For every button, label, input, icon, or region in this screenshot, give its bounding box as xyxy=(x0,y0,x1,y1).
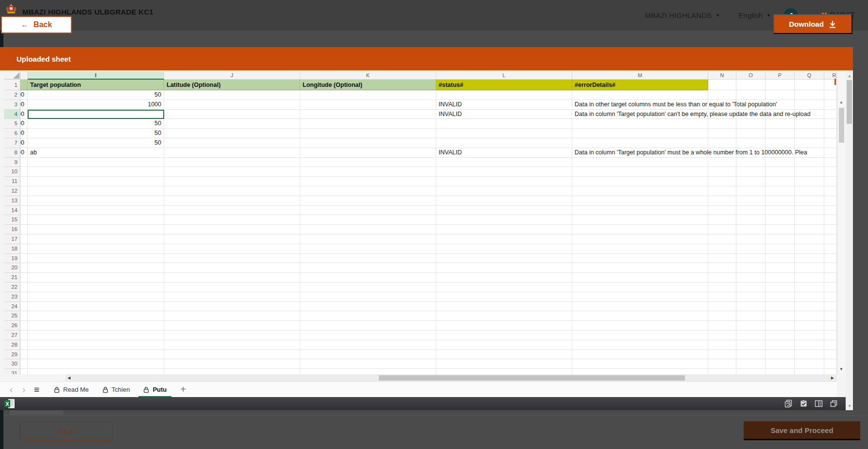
cell-R18[interactable] xyxy=(824,244,837,254)
cell-N11[interactable] xyxy=(708,177,736,186)
cell-R22[interactable] xyxy=(824,283,837,292)
cell-Q23[interactable] xyxy=(795,292,824,302)
cell-O23[interactable] xyxy=(736,292,766,302)
cell-P14[interactable] xyxy=(766,206,795,216)
cell-R10[interactable] xyxy=(824,167,837,177)
cell-K18[interactable] xyxy=(300,244,436,254)
cell-J10[interactable] xyxy=(164,167,300,177)
checklist-icon[interactable] xyxy=(800,399,808,408)
cell-I11[interactable] xyxy=(28,177,164,186)
cell-M29[interactable] xyxy=(572,350,708,360)
cell-Q28[interactable] xyxy=(795,340,824,350)
cell-I4[interactable] xyxy=(28,110,164,119)
cell-h29[interactable] xyxy=(20,350,28,360)
cell-N7[interactable] xyxy=(708,138,736,148)
cell-I12[interactable] xyxy=(28,186,164,196)
cell-K9[interactable] xyxy=(300,158,436,167)
cell-K4[interactable] xyxy=(300,110,436,119)
header-cell-h1[interactable] xyxy=(20,80,28,90)
scroll-left-icon[interactable]: ◀ xyxy=(68,376,70,380)
cell-N12[interactable] xyxy=(708,186,736,196)
cell-J15[interactable] xyxy=(164,215,300,225)
header-cell-Q1[interactable] xyxy=(795,80,824,90)
row-number-18[interactable]: 18 xyxy=(4,244,20,254)
cell-K14[interactable] xyxy=(300,206,436,216)
cell-L10[interactable] xyxy=(436,167,572,177)
cell-J27[interactable] xyxy=(164,331,300,340)
cell-P10[interactable] xyxy=(766,167,795,177)
cell-O28[interactable] xyxy=(736,340,766,350)
row-number-12[interactable]: 12 xyxy=(4,186,20,196)
cell-R11[interactable] xyxy=(824,177,837,186)
cell-h20[interactable] xyxy=(20,263,28,273)
cell-Q31[interactable] xyxy=(795,369,824,374)
cell-P22[interactable] xyxy=(766,283,795,292)
cell-M31[interactable] xyxy=(572,369,708,374)
cell-Q15[interactable] xyxy=(795,215,824,225)
vertical-scroll-thumb[interactable] xyxy=(839,108,844,143)
cell-N2[interactable] xyxy=(708,90,736,100)
cell-R9[interactable] xyxy=(824,158,837,167)
cell-N5[interactable] xyxy=(708,119,736,129)
cell-M12[interactable] xyxy=(572,186,708,196)
cell-h16[interactable] xyxy=(20,225,28,234)
cell-K17[interactable] xyxy=(300,234,436,244)
cell-Q3[interactable] xyxy=(795,100,824,110)
cell-I13[interactable] xyxy=(28,196,164,206)
cell-h14[interactable] xyxy=(20,206,28,216)
row-number-15[interactable]: 15 xyxy=(4,215,20,225)
cell-J22[interactable] xyxy=(164,283,300,292)
cell-N9[interactable] xyxy=(708,158,736,167)
cell-R17[interactable] xyxy=(824,234,837,244)
row-number-10[interactable]: 10 xyxy=(4,167,20,177)
cell-J16[interactable] xyxy=(164,225,300,234)
cell-Q5[interactable] xyxy=(795,119,824,129)
page-scroll-thumb[interactable] xyxy=(847,80,852,124)
cell-M28[interactable] xyxy=(572,340,708,350)
cell-K11[interactable] xyxy=(300,177,436,186)
cell-J3[interactable] xyxy=(164,100,300,110)
cell-Q13[interactable] xyxy=(795,196,824,206)
cell-Q7[interactable] xyxy=(795,138,824,148)
cell-O19[interactable] xyxy=(736,254,766,264)
cell-N30[interactable] xyxy=(708,359,736,369)
cell-h8[interactable]: 00 xyxy=(20,148,28,158)
cell-P25[interactable] xyxy=(766,311,795,321)
cell-h3[interactable]: 00 xyxy=(20,100,28,110)
language-dropdown[interactable]: English ▾ xyxy=(739,11,770,19)
cell-R8[interactable] xyxy=(824,148,837,158)
row-number-29[interactable]: 29 xyxy=(4,350,20,360)
cell-J25[interactable] xyxy=(164,311,300,321)
cell-L11[interactable] xyxy=(436,177,572,186)
copy-sheet-icon[interactable] xyxy=(784,399,793,408)
cell-Q2[interactable] xyxy=(795,90,824,100)
cell-P16[interactable] xyxy=(766,225,795,234)
cell-R30[interactable] xyxy=(824,359,837,369)
row-number-8[interactable]: 8 xyxy=(4,148,20,158)
cell-L26[interactable] xyxy=(436,321,572,331)
page-vertical-scrollbar[interactable]: ▲ ▼ xyxy=(846,72,853,410)
row-number-24[interactable]: 24 xyxy=(4,302,20,312)
cell-O29[interactable] xyxy=(736,350,766,360)
cell-J24[interactable] xyxy=(164,302,300,312)
cell-L2[interactable] xyxy=(436,90,572,100)
sheet-vertical-scrollbar[interactable]: ▲ ▼ xyxy=(837,80,846,374)
cell-I17[interactable] xyxy=(28,234,164,244)
back-button[interactable]: ← Back xyxy=(1,16,72,33)
cell-I21[interactable] xyxy=(28,273,164,283)
cell-J5[interactable] xyxy=(164,119,300,129)
cell-R7[interactable] xyxy=(824,138,837,148)
cell-L29[interactable] xyxy=(436,350,572,360)
cell-I15[interactable] xyxy=(28,215,164,225)
cell-O31[interactable] xyxy=(736,369,766,374)
cell-I9[interactable] xyxy=(28,158,164,167)
cell-M17[interactable] xyxy=(572,234,708,244)
cell-M11[interactable] xyxy=(572,177,708,186)
cell-Q9[interactable] xyxy=(795,158,824,167)
cell-K2[interactable] xyxy=(300,90,436,100)
scroll-down-icon[interactable]: ▼ xyxy=(848,404,851,408)
scroll-down-icon[interactable]: ▼ xyxy=(839,367,843,371)
cell-h28[interactable] xyxy=(20,340,28,350)
cell-R29[interactable] xyxy=(824,350,837,360)
row-number-3[interactable]: 3 xyxy=(4,100,20,110)
